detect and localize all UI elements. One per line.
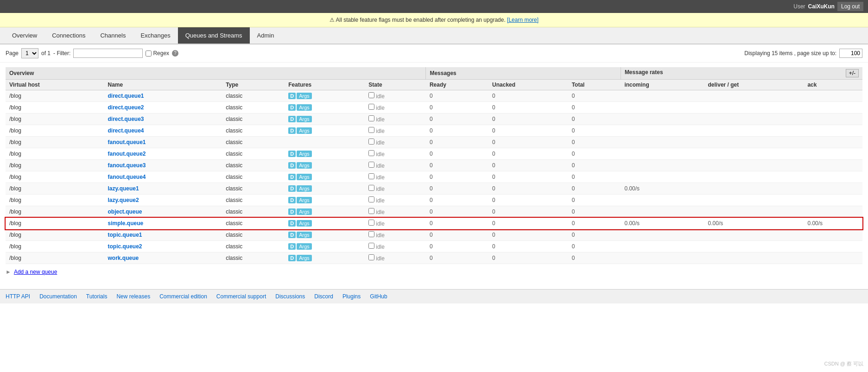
cell-ready: 0 bbox=[426, 148, 488, 160]
state-checkbox[interactable] bbox=[368, 115, 374, 121]
cell-total: 0 bbox=[568, 113, 621, 125]
cell-ack bbox=[804, 195, 862, 206]
footer-link[interactable]: Tutorials bbox=[86, 293, 108, 300]
nav-admin[interactable]: Admin bbox=[250, 27, 282, 44]
footer-link[interactable]: HTTP API bbox=[6, 293, 30, 300]
state-checkbox[interactable] bbox=[368, 104, 374, 110]
state-checkbox[interactable] bbox=[368, 127, 374, 133]
footer-link[interactable]: Commercial edition bbox=[159, 293, 207, 300]
state-checkbox[interactable] bbox=[368, 208, 374, 214]
cell-total: 0 bbox=[568, 252, 621, 264]
badge-args[interactable]: Args bbox=[297, 197, 312, 203]
cell-ack bbox=[804, 125, 862, 137]
cell-ack bbox=[804, 148, 862, 160]
cell-ready: 0 bbox=[426, 102, 488, 113]
queue-name-link[interactable]: direct.queue1 bbox=[108, 93, 144, 99]
badge-args[interactable]: Args bbox=[297, 93, 312, 99]
queue-name-link[interactable]: lazy.queue1 bbox=[108, 185, 139, 192]
badge-args[interactable]: Args bbox=[297, 104, 312, 111]
badge-args[interactable]: Args bbox=[297, 127, 312, 134]
cell-incoming bbox=[621, 195, 704, 206]
queue-name-link[interactable]: fanout.queue2 bbox=[108, 151, 146, 157]
cell-deliver-get bbox=[704, 148, 804, 160]
state-checkbox[interactable] bbox=[368, 254, 374, 260]
table-row: /blogdirect.queue1classicDArgsidle000 bbox=[6, 90, 862, 102]
badge-args[interactable]: Args bbox=[297, 162, 312, 169]
page-select[interactable]: 1 bbox=[21, 48, 38, 58]
cell-name: topic.queue2 bbox=[104, 241, 222, 252]
queue-name-link[interactable]: direct.queue4 bbox=[108, 127, 144, 134]
footer-link[interactable]: Discussions bbox=[275, 293, 305, 300]
state-checkbox[interactable] bbox=[368, 231, 374, 237]
badge-args[interactable]: Args bbox=[297, 220, 312, 227]
cell-type: classic bbox=[222, 137, 285, 148]
cell-state: idle bbox=[365, 183, 426, 195]
page-size-input[interactable] bbox=[839, 49, 862, 58]
cell-state: idle bbox=[365, 160, 426, 171]
queue-name-link[interactable]: simple.queue bbox=[108, 220, 144, 227]
cell-features: DArgs bbox=[285, 218, 365, 229]
queue-name-link[interactable]: topic.queue2 bbox=[108, 243, 142, 250]
nav-queues[interactable]: Queues and Streams bbox=[178, 27, 250, 44]
nav-overview[interactable]: Overview bbox=[5, 27, 44, 44]
queue-name-link[interactable]: lazy.queue2 bbox=[108, 197, 139, 203]
badge-args[interactable]: Args bbox=[297, 208, 312, 215]
state-checkbox[interactable] bbox=[368, 173, 374, 179]
badge-args[interactable]: Args bbox=[297, 174, 312, 180]
badge-args[interactable]: Args bbox=[297, 185, 312, 192]
state-checkbox[interactable] bbox=[368, 243, 374, 249]
cell-ready: 0 bbox=[426, 160, 488, 171]
badge-args[interactable]: Args bbox=[297, 255, 312, 261]
footer-link[interactable]: Documentation bbox=[39, 293, 77, 300]
logout-button[interactable]: Log out bbox=[837, 2, 863, 11]
cell-vhost: /blog bbox=[6, 102, 104, 113]
learn-more-link[interactable]: [Learn more] bbox=[507, 17, 539, 23]
nav-exchanges[interactable]: Exchanges bbox=[133, 27, 177, 44]
table-row: /blogfanout.queue4classicDArgsidle000 bbox=[6, 171, 862, 183]
banner: ⚠ All stable feature flags must be enabl… bbox=[0, 13, 868, 27]
footer-link[interactable]: Plugins bbox=[342, 293, 361, 300]
add-queue-link[interactable]: Add a new queue bbox=[14, 269, 57, 275]
queue-name-link[interactable]: direct.queue2 bbox=[108, 104, 144, 111]
state-checkbox[interactable] bbox=[368, 92, 374, 98]
badge-args[interactable]: Args bbox=[297, 116, 312, 122]
queue-name-link[interactable]: direct.queue3 bbox=[108, 116, 144, 122]
badge-args[interactable]: Args bbox=[297, 151, 312, 157]
cell-ready: 0 bbox=[426, 252, 488, 264]
state-checkbox[interactable] bbox=[368, 220, 374, 226]
queue-name-link[interactable]: fanout.queue1 bbox=[108, 139, 146, 145]
plus-minus-button[interactable]: +/- bbox=[846, 69, 859, 77]
state-label: idle bbox=[376, 128, 385, 134]
nav-connections[interactable]: Connections bbox=[44, 27, 93, 44]
state-checkbox[interactable] bbox=[368, 196, 374, 202]
cell-state: idle bbox=[365, 218, 426, 229]
help-icon[interactable]: ? bbox=[172, 50, 178, 57]
state-checkbox[interactable] bbox=[368, 185, 374, 191]
badge-d: D bbox=[288, 197, 296, 203]
nav-channels[interactable]: Channels bbox=[93, 27, 133, 44]
filter-input[interactable] bbox=[73, 49, 143, 58]
cell-ready: 0 bbox=[426, 183, 488, 195]
state-checkbox[interactable] bbox=[368, 139, 374, 145]
state-checkbox[interactable] bbox=[368, 150, 374, 156]
table-row: /blogfanout.queue2classicDArgsidle000 bbox=[6, 148, 862, 160]
table-row: /blogsimple.queueclassicDArgsidle0000.00… bbox=[6, 218, 862, 229]
queue-name-link[interactable]: fanout.queue4 bbox=[108, 174, 146, 180]
queue-name-link[interactable]: fanout.queue3 bbox=[108, 162, 146, 169]
cell-deliver-get bbox=[704, 241, 804, 252]
cell-deliver-get bbox=[704, 252, 804, 264]
queue-name-link[interactable]: topic.queue1 bbox=[108, 232, 142, 238]
footer-link[interactable]: GitHub bbox=[370, 293, 387, 300]
footer-link[interactable]: Commercial support bbox=[216, 293, 266, 300]
cell-type: classic bbox=[222, 171, 285, 183]
badge-args[interactable]: Args bbox=[297, 232, 312, 238]
cell-ready: 0 bbox=[426, 206, 488, 218]
regex-checkbox[interactable] bbox=[146, 50, 152, 57]
add-queue-section[interactable]: ► Add a new queue bbox=[6, 269, 862, 275]
state-checkbox[interactable] bbox=[368, 162, 374, 168]
queue-name-link[interactable]: work.queue bbox=[108, 255, 139, 261]
footer-link[interactable]: New releases bbox=[116, 293, 150, 300]
badge-args[interactable]: Args bbox=[297, 243, 312, 250]
footer-link[interactable]: Discord bbox=[314, 293, 333, 300]
queue-name-link[interactable]: object.queue bbox=[108, 208, 142, 215]
